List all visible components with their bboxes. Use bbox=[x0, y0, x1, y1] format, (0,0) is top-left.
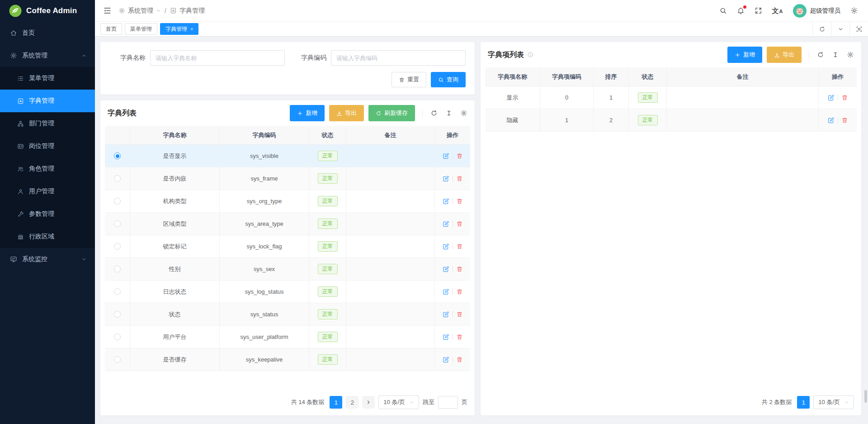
row-radio[interactable] bbox=[114, 175, 121, 182]
edit-icon[interactable] bbox=[442, 198, 449, 205]
sidebar-item-home[interactable]: 首页 bbox=[0, 22, 95, 44]
settings-gear-icon[interactable] bbox=[850, 7, 858, 14]
bell-icon[interactable] bbox=[737, 7, 745, 14]
table-row[interactable]: 区域类型 sys_area_type 正常 bbox=[105, 213, 470, 235]
add-button[interactable]: 新增 bbox=[290, 105, 325, 121]
column-settings-gear-icon[interactable] bbox=[460, 110, 467, 117]
delete-icon[interactable] bbox=[456, 243, 463, 250]
delete-icon[interactable] bbox=[841, 117, 848, 124]
edit-icon[interactable] bbox=[442, 175, 449, 182]
edit-icon[interactable] bbox=[442, 220, 449, 228]
search-icon[interactable] bbox=[719, 7, 727, 14]
row-radio[interactable] bbox=[114, 356, 121, 363]
delete-icon[interactable] bbox=[456, 266, 463, 272]
sidebar-item-user-management[interactable]: 用户管理 bbox=[0, 180, 95, 203]
refresh-cache-button[interactable]: 刷新缓存 bbox=[368, 105, 415, 121]
sidebar-item-dict-management[interactable]: 字典管理 bbox=[0, 90, 95, 112]
edit-icon[interactable] bbox=[442, 266, 449, 273]
delete-icon[interactable] bbox=[456, 152, 463, 159]
translate-icon[interactable]: 文A bbox=[772, 7, 783, 14]
ops-divider bbox=[453, 334, 453, 340]
search-button[interactable]: 查询 bbox=[431, 72, 466, 87]
text-height-icon[interactable] bbox=[832, 51, 839, 58]
delete-icon[interactable] bbox=[456, 288, 463, 295]
table-row[interactable]: 是否显示 sys_visible 正常 bbox=[105, 145, 470, 167]
row-radio[interactable] bbox=[114, 220, 121, 227]
user-menu[interactable]: 超级管理员 bbox=[793, 4, 841, 18]
sidebar-item-role-management[interactable]: 角色管理 bbox=[0, 157, 95, 180]
delete-icon[interactable] bbox=[456, 220, 463, 227]
table-row[interactable]: 用户平台 sys_user_platform 正常 bbox=[105, 326, 470, 348]
breadcrumb-system-management[interactable]: 系统管理 bbox=[118, 7, 161, 15]
dict-name-cell: 区域类型 bbox=[130, 213, 220, 235]
edit-icon[interactable] bbox=[442, 288, 449, 295]
refresh-icon[interactable] bbox=[812, 22, 831, 36]
next-page-button[interactable] bbox=[362, 396, 375, 409]
row-radio[interactable] bbox=[114, 311, 121, 318]
sidebar-item-system-management[interactable]: 系统管理 bbox=[0, 44, 95, 67]
jump-page-input[interactable] bbox=[438, 396, 458, 409]
page-button-1[interactable]: 1 bbox=[797, 396, 810, 409]
sidebar-item-menu-management[interactable]: 菜单管理 bbox=[0, 67, 95, 90]
edit-icon[interactable] bbox=[442, 152, 449, 160]
table-row[interactable]: 是否缓存 sys_keepalive 正常 bbox=[105, 348, 470, 371]
table-row[interactable]: 状态 sys_status 正常 bbox=[105, 303, 470, 326]
add-button[interactable]: 新增 bbox=[727, 47, 762, 63]
page-button-1[interactable]: 1 bbox=[330, 396, 342, 409]
sidebar-item-dept-management[interactable]: 部门管理 bbox=[0, 112, 95, 135]
sidebar-item-post-management[interactable]: 岗位管理 bbox=[0, 135, 95, 157]
tab-dict-management[interactable]: 字典管理 × bbox=[160, 23, 198, 35]
row-radio[interactable] bbox=[114, 288, 121, 295]
info-icon[interactable] bbox=[527, 52, 533, 58]
table-row[interactable]: 是否内嵌 sys_frame 正常 bbox=[105, 167, 470, 190]
list-icon bbox=[17, 75, 24, 82]
refresh-icon[interactable] bbox=[817, 51, 824, 58]
page-size-select[interactable]: 10 条/页 bbox=[813, 395, 854, 409]
fullscreen-icon[interactable] bbox=[755, 7, 762, 14]
close-icon[interactable]: × bbox=[190, 27, 193, 32]
table-row[interactable]: 显示 0 1 正常 bbox=[485, 86, 857, 109]
export-button[interactable]: 导出 bbox=[767, 47, 802, 63]
delete-icon[interactable] bbox=[841, 94, 848, 101]
row-radio[interactable] bbox=[114, 333, 121, 340]
delete-icon[interactable] bbox=[456, 333, 463, 340]
maximize-icon[interactable] bbox=[849, 22, 868, 36]
dict-name-cell: 状态 bbox=[130, 303, 220, 325]
row-radio[interactable] bbox=[114, 266, 121, 272]
page-scrollbar-thumb[interactable] bbox=[864, 390, 867, 403]
text-height-icon[interactable] bbox=[445, 110, 453, 117]
row-radio[interactable] bbox=[114, 198, 121, 205]
sidebar-item-admin-region[interactable]: 行政区域 bbox=[0, 225, 95, 248]
edit-icon[interactable] bbox=[442, 311, 449, 318]
chevron-down-icon[interactable] bbox=[831, 22, 849, 36]
table-row[interactable]: 隐藏 1 2 正常 bbox=[485, 109, 857, 132]
column-settings-gear-icon[interactable] bbox=[847, 51, 854, 58]
sidebar-item-param-management[interactable]: 参数管理 bbox=[0, 203, 95, 225]
delete-icon[interactable] bbox=[456, 356, 463, 363]
edit-icon[interactable] bbox=[442, 356, 449, 363]
row-radio[interactable] bbox=[114, 152, 121, 159]
reset-button[interactable]: 重置 bbox=[392, 72, 426, 87]
edit-icon[interactable] bbox=[442, 333, 449, 341]
table-row[interactable]: 日志状态 sys_log_status 正常 bbox=[105, 281, 470, 303]
table-row[interactable]: 性别 sys_sex 正常 bbox=[105, 258, 470, 281]
refresh-icon[interactable] bbox=[430, 110, 438, 117]
delete-icon[interactable] bbox=[456, 311, 463, 318]
row-radio[interactable] bbox=[114, 243, 121, 250]
delete-icon[interactable] bbox=[456, 175, 463, 182]
delete-icon[interactable] bbox=[456, 198, 463, 205]
export-button[interactable]: 导出 bbox=[329, 105, 364, 121]
page-button-2[interactable]: 2 bbox=[346, 396, 359, 409]
table-row[interactable]: 机构类型 sys_org_type 正常 bbox=[105, 190, 470, 213]
menu-fold-icon[interactable] bbox=[103, 6, 112, 15]
edit-icon[interactable] bbox=[442, 243, 449, 250]
dict-name-input[interactable] bbox=[150, 50, 285, 66]
tab-home[interactable]: 首页 bbox=[100, 23, 122, 35]
sidebar-item-system-monitor[interactable]: 系统监控 bbox=[0, 248, 95, 271]
edit-icon[interactable] bbox=[827, 94, 835, 101]
edit-icon[interactable] bbox=[827, 117, 835, 124]
dict-code-input[interactable] bbox=[331, 50, 466, 66]
tab-menu-management[interactable]: 菜单管理 bbox=[125, 23, 157, 35]
page-size-select[interactable]: 10 条/页 bbox=[378, 395, 419, 409]
table-row[interactable]: 锁定标记 sys_lock_flag 正常 bbox=[105, 235, 470, 258]
